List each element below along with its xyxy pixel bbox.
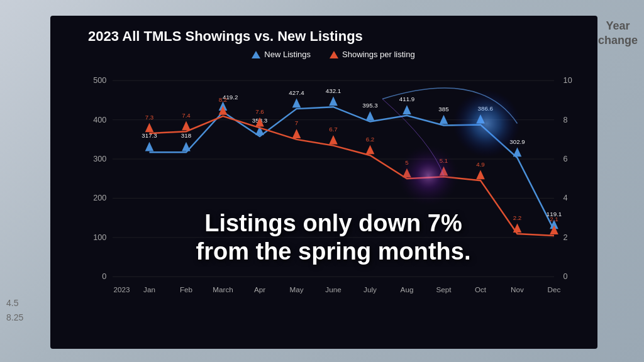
legend-new-listings: New Listings	[252, 50, 311, 59]
svg-marker-35	[292, 99, 301, 108]
svg-text:427.4: 427.4	[289, 89, 304, 96]
svg-text:4: 4	[564, 194, 568, 202]
year-change-label: Yearchange	[598, 19, 638, 48]
svg-text:March: March	[213, 285, 233, 293]
svg-text:Jan: Jan	[143, 285, 155, 293]
chart-svg: 0 100 200 300 400 500 0 2 4 6 8 10 2023 …	[88, 65, 579, 304]
svg-text:July: July	[364, 285, 377, 293]
svg-marker-37	[366, 111, 375, 121]
svg-text:Nov: Nov	[511, 285, 524, 293]
svg-text:318: 318	[181, 132, 191, 139]
svg-marker-65	[513, 223, 522, 233]
svg-text:300: 300	[93, 155, 106, 163]
svg-text:2.2: 2.2	[513, 214, 522, 221]
svg-marker-64	[476, 170, 485, 180]
overlay-line2: from the spring months.	[196, 238, 471, 265]
svg-text:Dec: Dec	[548, 285, 561, 293]
svg-marker-41	[513, 148, 522, 157]
bg-numbers: 4.5 8.25	[6, 296, 23, 324]
svg-text:June: June	[325, 285, 341, 293]
svg-marker-36	[329, 97, 338, 106]
svg-text:8: 8	[564, 116, 568, 124]
svg-text:0: 0	[564, 272, 568, 281]
svg-text:7.6: 7.6	[255, 108, 264, 115]
svg-text:7.4: 7.4	[182, 112, 191, 119]
svg-marker-56	[182, 121, 191, 131]
chart-legend: New Listings Showings per listing	[88, 50, 579, 59]
svg-text:6.2: 6.2	[366, 136, 375, 143]
svg-text:411.9: 411.9	[399, 96, 414, 102]
svg-marker-60	[329, 135, 338, 145]
svg-marker-32	[182, 142, 191, 151]
svg-text:Feb: Feb	[180, 285, 193, 293]
chart-area: 0 100 200 300 400 500 0 2 4 6 8 10 2023 …	[88, 65, 579, 304]
svg-text:2023: 2023	[114, 285, 130, 293]
svg-text:Apr: Apr	[254, 285, 265, 293]
svg-text:7: 7	[295, 119, 298, 126]
chart-card: 2023 All TMLS Showings vs. New Listings …	[50, 16, 597, 349]
svg-text:100: 100	[93, 233, 106, 242]
svg-text:Aug: Aug	[401, 285, 414, 293]
svg-point-80	[397, 145, 459, 207]
svg-text:200: 200	[93, 194, 106, 202]
overlay-text: Listings only down 7% from the spring mo…	[196, 209, 471, 266]
overlay-line1: Listings only down 7%	[204, 210, 462, 236]
svg-marker-59	[292, 129, 301, 138]
svg-text:432.1: 432.1	[326, 87, 341, 94]
svg-text:2.1: 2.1	[550, 216, 558, 223]
svg-point-79	[453, 90, 520, 157]
svg-text:Sept: Sept	[436, 285, 452, 293]
svg-marker-38	[402, 105, 411, 114]
svg-text:6.7: 6.7	[329, 126, 338, 133]
chart-title: 2023 All TMLS Showings vs. New Listings	[88, 28, 579, 45]
svg-text:Oct: Oct	[475, 285, 487, 293]
svg-marker-55	[145, 123, 154, 133]
svg-text:7.3: 7.3	[145, 114, 154, 121]
svg-text:500: 500	[93, 76, 106, 85]
legend-showings: Showings per listing	[330, 50, 415, 59]
svg-text:10: 10	[564, 76, 572, 85]
svg-text:2: 2	[564, 233, 568, 242]
legend-red-label: Showings per listing	[342, 50, 415, 59]
svg-text:0: 0	[102, 272, 106, 281]
svg-marker-61	[366, 145, 375, 155]
red-triangle-icon	[330, 51, 338, 58]
svg-text:4.9: 4.9	[476, 161, 485, 168]
svg-text:6: 6	[564, 155, 568, 163]
svg-text:385: 385	[438, 106, 449, 112]
svg-text:395.3: 395.3	[362, 102, 377, 109]
blue-triangle-icon	[252, 51, 260, 58]
svg-text:8.2: 8.2	[219, 96, 228, 103]
legend-blue-label: New Listings	[264, 50, 311, 59]
svg-text:400: 400	[93, 116, 106, 124]
svg-marker-39	[440, 115, 448, 124]
svg-marker-31	[145, 142, 154, 151]
svg-text:May: May	[289, 285, 303, 293]
